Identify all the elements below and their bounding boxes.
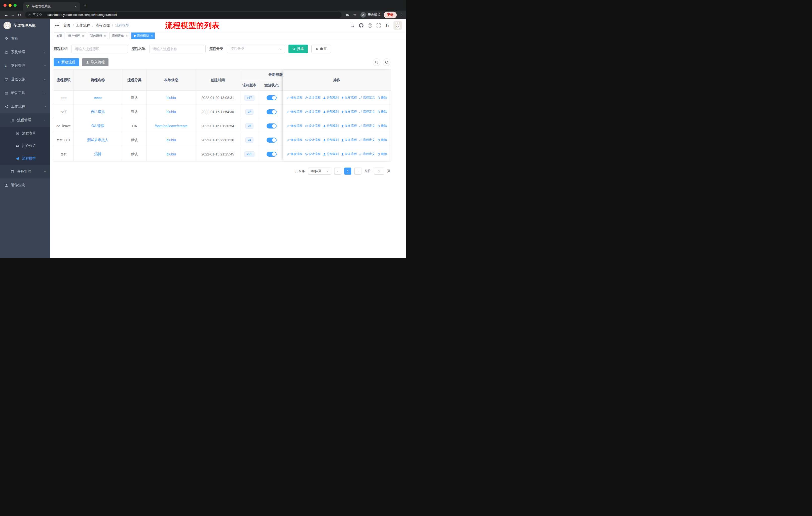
back-button[interactable]: ←: [3, 12, 9, 17]
delete-process-link[interactable]: 删除: [377, 138, 387, 142]
github-icon[interactable]: [359, 23, 364, 28]
toggle-search-button[interactable]: [373, 58, 380, 66]
refresh-table-button[interactable]: [383, 58, 390, 66]
design-process-link[interactable]: 设计流程: [305, 152, 321, 156]
font-size-icon[interactable]: T↕: [385, 23, 389, 28]
tag-close-icon[interactable]: ×: [104, 34, 106, 38]
delete-process-link[interactable]: 删除: [377, 124, 387, 128]
delete-process-link[interactable]: 删除: [377, 96, 387, 100]
design-process-link[interactable]: 设计流程: [305, 124, 321, 128]
process-category-select[interactable]: 流程分类: [227, 45, 285, 53]
sidebar-item-home[interactable]: 首页: [0, 32, 50, 45]
assign-rule-link[interactable]: 分配规则: [323, 124, 339, 128]
breadcrumb-process-management[interactable]: 流程管理: [96, 23, 110, 28]
process-name-link[interactable]: 自己审批: [91, 110, 105, 114]
import-process-button[interactable]: 导入流程: [82, 58, 109, 66]
browser-tab[interactable]: 芋道管理系统 ×: [23, 2, 80, 10]
edit-process-link[interactable]: 修改流程: [287, 152, 302, 156]
sidebar-item-process-model[interactable]: 流程模型: [0, 152, 50, 165]
search-button[interactable]: 搜索: [288, 45, 308, 53]
tag-my-process[interactable]: 我的流程 ×: [88, 32, 108, 39]
design-process-link[interactable]: 设计流程: [305, 138, 321, 142]
help-icon[interactable]: ?: [368, 23, 372, 28]
tag-close-icon[interactable]: ×: [82, 34, 84, 38]
tag-process-model[interactable]: 流程模型 ×: [132, 32, 155, 39]
active-toggle[interactable]: [266, 109, 277, 114]
sidebar-item-dev-tools[interactable]: 研发工具 ›: [0, 86, 50, 100]
tab-close-icon[interactable]: ×: [74, 4, 78, 8]
process-name-link[interactable]: OA 请假: [91, 124, 104, 128]
assign-rule-link[interactable]: 分配规则: [323, 152, 339, 156]
new-tab-button[interactable]: +: [84, 2, 87, 8]
key-icon[interactable]: [346, 13, 350, 17]
window-close-button[interactable]: [3, 4, 6, 7]
form-info-link[interactable]: biubiu: [166, 152, 176, 156]
assign-rule-link[interactable]: 分配规则: [323, 96, 339, 100]
form-info-link[interactable]: biubiu: [166, 110, 176, 114]
edit-process-link[interactable]: 修改流程: [287, 110, 302, 114]
user-avatar[interactable]: [394, 21, 402, 30]
form-info-link[interactable]: biubiu: [166, 138, 176, 142]
active-toggle[interactable]: [266, 152, 277, 157]
tag-close-icon[interactable]: ×: [151, 34, 153, 38]
sidebar-item-leave-query[interactable]: 请假查询: [0, 179, 50, 192]
breadcrumb-home[interactable]: 首页: [63, 23, 70, 28]
process-key-input[interactable]: [71, 45, 128, 53]
process-name-link[interactable]: 测试多审批人: [87, 138, 109, 142]
tag-tenant-management[interactable]: 租户管理 ×: [66, 32, 86, 39]
goto-page-input[interactable]: [374, 167, 384, 174]
assign-rule-link[interactable]: 分配规则: [323, 138, 339, 142]
search-icon[interactable]: [350, 23, 355, 28]
reload-button[interactable]: ↻: [16, 12, 23, 18]
process-name-input[interactable]: [149, 45, 206, 53]
next-page-button[interactable]: ›: [354, 167, 361, 174]
window-zoom-button[interactable]: [13, 4, 17, 7]
process-name-link[interactable]: eeee: [94, 96, 102, 100]
reset-button[interactable]: ↻ 重置: [311, 45, 331, 53]
publish-process-link[interactable]: 发布流程: [341, 152, 357, 156]
process-name-link[interactable]: 滔博: [94, 152, 102, 157]
sidebar-item-task-management[interactable]: 任务管理 ›: [0, 165, 50, 179]
bookmark-star-icon[interactable]: ☆: [353, 12, 357, 17]
window-minimize-button[interactable]: [8, 4, 11, 7]
delete-process-link[interactable]: 删除: [377, 110, 387, 114]
tag-close-icon[interactable]: ×: [125, 34, 127, 38]
browser-menu-icon[interactable]: ⋮: [399, 12, 403, 17]
tag-process-form[interactable]: 流程表单 ×: [110, 32, 130, 39]
edit-process-link[interactable]: 修改流程: [287, 96, 302, 100]
process-definition-link[interactable]: 流程定义: [359, 124, 375, 128]
sidebar-item-payment[interactable]: ¥ 支付管理 ›: [0, 59, 50, 73]
design-process-link[interactable]: 设计流程: [305, 110, 321, 114]
tag-home[interactable]: 首页: [54, 32, 64, 39]
page-size-select[interactable]: 10条/页: [308, 167, 331, 174]
current-page-button[interactable]: 1: [344, 167, 351, 174]
process-definition-link[interactable]: 流程定义: [359, 110, 375, 114]
security-warning[interactable]: 不安全: [28, 13, 42, 17]
active-toggle[interactable]: [266, 138, 277, 143]
fullscreen-icon[interactable]: [376, 23, 381, 28]
edit-process-link[interactable]: 修改流程: [287, 138, 302, 142]
publish-process-link[interactable]: 发布流程: [341, 138, 357, 142]
publish-process-link[interactable]: 发布流程: [341, 96, 357, 100]
active-toggle[interactable]: [266, 95, 277, 100]
breadcrumb-workflow[interactable]: 工作流程: [76, 23, 90, 28]
prev-page-button[interactable]: ‹: [334, 167, 341, 174]
form-info-link[interactable]: /bpm/oa/leave/create: [155, 124, 188, 128]
process-definition-link[interactable]: 流程定义: [359, 138, 375, 142]
publish-process-link[interactable]: 发布流程: [341, 110, 357, 114]
forward-button[interactable]: →: [9, 12, 16, 17]
sidebar-collapse-icon[interactable]: [54, 23, 59, 28]
delete-process-link[interactable]: 删除: [377, 152, 387, 156]
active-toggle[interactable]: [266, 124, 277, 129]
process-definition-link[interactable]: 流程定义: [359, 96, 375, 100]
edit-process-link[interactable]: 修改流程: [287, 124, 302, 128]
create-process-button[interactable]: + 新建流程: [54, 58, 79, 66]
sidebar-item-workflow[interactable]: 工作流程 ›: [0, 100, 50, 113]
sidebar-item-infrastructure[interactable]: 基础设施 ›: [0, 73, 50, 86]
sidebar-item-process-form[interactable]: 流程表单: [0, 127, 50, 140]
address-bar[interactable]: 不安全 dashboard.yudao.iocoder.cn/bpm/manag…: [25, 11, 342, 18]
browser-update-button[interactable]: 更新: [384, 11, 397, 19]
sidebar-item-process-management[interactable]: 流程管理 ›: [0, 113, 50, 127]
form-info-link[interactable]: biubiu: [166, 96, 176, 100]
sidebar-item-system[interactable]: 系统管理 ›: [0, 45, 50, 59]
